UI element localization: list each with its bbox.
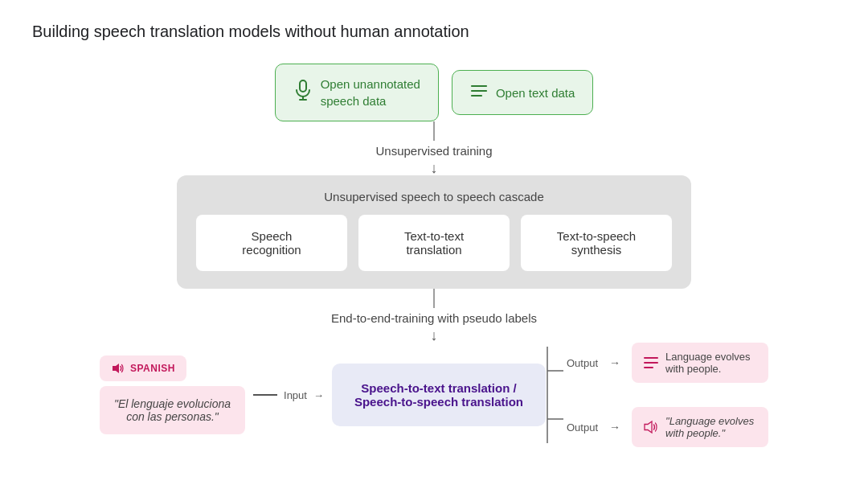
spanish-badge: SPANISH: [100, 355, 186, 381]
text-to-speech-box: Text-to-speechsynthesis: [521, 215, 672, 271]
connector-line-2: [433, 289, 435, 308]
connector-line-1: [433, 121, 435, 141]
text-to-text-label: Text-to-texttranslation: [404, 229, 464, 257]
translation-label: Speech-to-text translation /Speech-to-sp…: [354, 381, 523, 409]
svg-marker-13: [645, 421, 652, 433]
spanish-container: SPANISH "El lenguaje evolucionacon las p…: [100, 355, 245, 434]
input-label: Input: [280, 389, 310, 401]
speech-data-box: Open unannotatedspeech data: [275, 64, 439, 121]
output-arrow-2: →: [609, 421, 620, 434]
arrow-down-2: ↓: [431, 328, 438, 343]
arrow-down-1: ↓: [431, 161, 438, 175]
output-row-2: Output → "Language evolveswith people.": [567, 407, 768, 447]
cascade-inner: Speechrecognition Text-to-texttranslatio…: [196, 215, 672, 271]
output-label-2: Output: [567, 421, 598, 434]
spanish-label: SPANISH: [130, 363, 175, 374]
text-to-text-box: Text-to-texttranslation: [358, 215, 510, 271]
lines-icon: [470, 82, 488, 103]
unsupervised-training-label: Unsupervised training: [375, 141, 492, 161]
bottom-flow: SPANISH "El lenguaje evolucionacon las p…: [32, 343, 836, 447]
page-title: Building speech translation models witho…: [32, 23, 469, 41]
text-to-speech-label: Text-to-speechsynthesis: [557, 229, 636, 257]
top-row: Open unannotatedspeech data Open text da…: [275, 64, 594, 121]
spanish-text-box: "El lenguaje evolucionacon las personas.…: [100, 386, 245, 434]
speech-recognition-box: Speechrecognition: [196, 215, 347, 271]
text-data-box: Open text data: [452, 70, 593, 115]
output-speech-box: "Language evolveswith people.": [632, 407, 768, 447]
output-speaker-icon: [643, 420, 659, 434]
output-text-box: Language evolveswith people.: [632, 343, 768, 383]
output-lines-icon: [643, 355, 659, 370]
end-to-end-label: End-to-end-training with pseudo labels: [331, 308, 537, 328]
full-flow: Open unannotatedspeech data Open text da…: [32, 64, 836, 447]
diagram-container: Building speech translation models witho…: [0, 0, 868, 489]
output-arrow-1: →: [609, 356, 620, 369]
input-connector: Input →: [245, 389, 332, 401]
spanish-text: "El lenguaje evolucionacon las personas.…: [114, 397, 231, 423]
svg-marker-6: [113, 364, 119, 373]
input-arrow-line: [253, 394, 277, 396]
translation-box: Speech-to-text translation /Speech-to-sp…: [332, 364, 546, 426]
cascade-box: Unsupervised speech to speech cascade Sp…: [177, 175, 691, 289]
speaker-icon: [111, 362, 124, 375]
svg-rect-0: [300, 80, 306, 92]
input-arrow-head: →: [313, 389, 324, 401]
speech-data-label: Open unannotatedspeech data: [321, 76, 420, 109]
output-text-label: Language evolveswith people.: [665, 351, 751, 375]
microphone-icon: [293, 79, 313, 106]
branch-connector-svg: [546, 347, 563, 443]
output-speech-label: "Language evolveswith people.": [665, 415, 754, 439]
text-data-label: Open text data: [496, 86, 575, 100]
output-row-1: Output → Language evolveswith people.: [567, 343, 768, 383]
output-label-1: Output: [567, 357, 598, 369]
speech-recognition-label: Speechrecognition: [242, 229, 301, 257]
cascade-title: Unsupervised speech to speech cascade: [196, 190, 672, 203]
right-outputs: Output → Language evolveswith people. Ou…: [567, 343, 768, 447]
